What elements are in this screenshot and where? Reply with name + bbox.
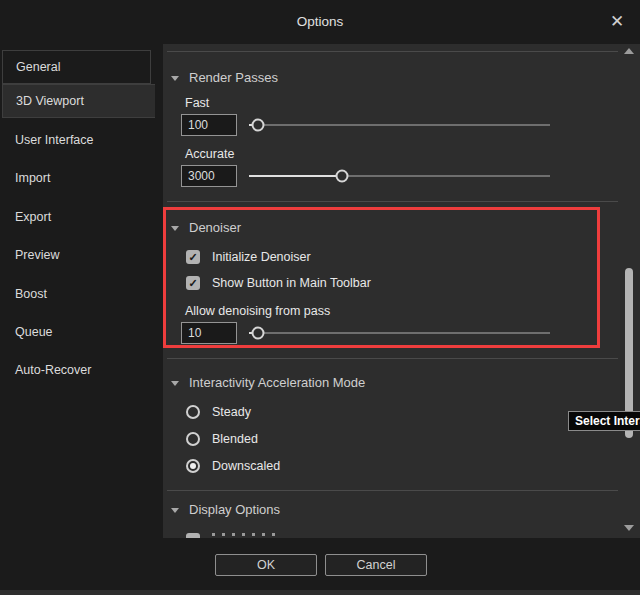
sidebar-item-boost[interactable]: Boost <box>2 275 155 313</box>
fast-input[interactable]: 100 <box>181 114 237 136</box>
accurate-input[interactable]: 3000 <box>181 165 237 187</box>
clipped-checkbox-row[interactable] <box>186 531 200 538</box>
separator <box>167 51 618 52</box>
sidebar-item-auto-recover[interactable]: Auto-Recover <box>2 351 155 389</box>
separator <box>167 358 618 359</box>
radio-label: Downscaled <box>212 459 280 473</box>
section-title: Denoiser <box>189 219 241 237</box>
slider-track <box>249 332 550 334</box>
downscaled-radio-row[interactable]: Downscaled <box>186 457 280 475</box>
denoising-pass-slider[interactable] <box>249 322 550 344</box>
sidebar: General 3D Viewport User Interface Impor… <box>0 44 163 538</box>
sidebar-item-preview[interactable]: Preview <box>2 236 155 274</box>
checkbox-checked-icon[interactable]: ✓ <box>186 276 200 290</box>
section-title: Display Options <box>189 501 280 519</box>
ok-button[interactable]: OK <box>215 554 317 576</box>
scrollbar-up-arrow-icon[interactable] <box>624 48 634 54</box>
separator <box>167 201 618 202</box>
section-title: Interactivity Acceleration Mode <box>189 374 365 392</box>
radio-selected-icon[interactable] <box>186 459 200 473</box>
allow-denoising-label: Allow denoising from pass <box>185 303 330 319</box>
footer-bar: OK Cancel <box>0 538 640 590</box>
slider-handle[interactable] <box>252 327 265 340</box>
denoising-pass-input[interactable]: 10 <box>181 322 237 344</box>
scrollbar-down-arrow-icon[interactable] <box>624 525 634 531</box>
cancel-button[interactable]: Cancel <box>325 554 427 576</box>
accurate-label: Accurate <box>185 146 234 162</box>
sidebar-item-import[interactable]: Import <box>2 159 155 197</box>
section-header-interactivity[interactable]: Interactivity Acceleration Mode <box>171 374 365 392</box>
collapse-triangle-icon <box>171 226 179 231</box>
sidebar-item-export[interactable]: Export <box>2 198 155 236</box>
slider-handle[interactable] <box>336 170 349 183</box>
title-bar: Options ✕ <box>0 0 640 44</box>
steady-radio-row[interactable]: Steady <box>186 403 251 421</box>
sidebar-item-general[interactable]: General <box>2 50 151 84</box>
collapse-triangle-icon <box>171 76 179 81</box>
section-title: Render Passes <box>189 69 278 87</box>
slider-handle[interactable] <box>252 119 265 132</box>
clipped-text <box>212 533 280 536</box>
section-header-render-passes[interactable]: Render Passes <box>171 69 278 87</box>
sidebar-item-user-interface[interactable]: User Interface <box>2 121 155 159</box>
slider-fill <box>249 175 342 177</box>
collapse-triangle-icon <box>171 381 179 386</box>
tooltip: Select Interac <box>568 411 640 431</box>
separator <box>167 490 618 491</box>
checkbox-label: Initialize Denoiser <box>212 250 311 264</box>
accurate-slider[interactable] <box>249 165 550 187</box>
dialog-title: Options <box>0 0 640 44</box>
fast-label: Fast <box>185 95 209 111</box>
fast-slider[interactable] <box>249 114 550 136</box>
slider-track <box>249 124 550 126</box>
sidebar-item-3d-viewport[interactable]: 3D Viewport <box>2 84 155 118</box>
radio-icon[interactable] <box>186 405 200 419</box>
show-button-toolbar-checkbox-row[interactable]: ✓ Show Button in Main Toolbar <box>186 274 371 292</box>
section-header-denoiser[interactable]: Denoiser <box>171 219 241 237</box>
close-icon[interactable]: ✕ <box>605 10 629 34</box>
radio-icon[interactable] <box>186 432 200 446</box>
section-header-display-options[interactable]: Display Options <box>171 501 280 519</box>
blended-radio-row[interactable]: Blended <box>186 430 258 448</box>
radio-label: Steady <box>212 405 251 419</box>
sidebar-item-queue[interactable]: Queue <box>2 313 155 351</box>
settings-panel: Render Passes Fast 100 Accurate 3000 Den… <box>163 44 640 538</box>
options-dialog: Options ✕ General 3D Viewport User Inter… <box>0 0 640 595</box>
checkbox-checked-icon[interactable]: ✓ <box>186 250 200 264</box>
collapse-triangle-icon <box>171 508 179 513</box>
radio-label: Blended <box>212 432 258 446</box>
initialize-denoiser-checkbox-row[interactable]: ✓ Initialize Denoiser <box>186 248 311 266</box>
checkbox-label: Show Button in Main Toolbar <box>212 276 371 290</box>
window-bottom-edge <box>0 590 640 595</box>
